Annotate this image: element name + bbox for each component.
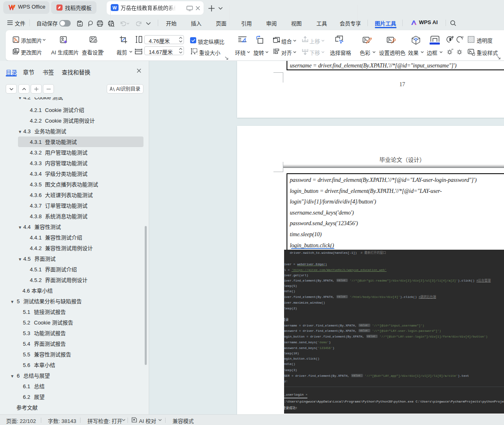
svg-text:W: W: [112, 5, 117, 10]
